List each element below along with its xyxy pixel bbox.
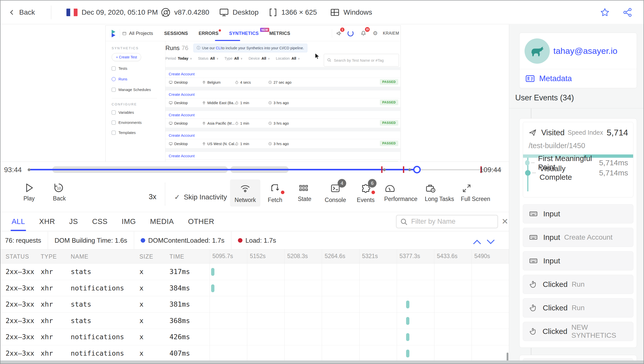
replayed-app-screenshot: All Projects ∨ SESSIONS ERRORS (105, 25, 401, 162)
location-pin-icon (202, 101, 206, 105)
event-dot[interactable] (383, 168, 386, 171)
performance-panel-button[interactable]: Performance (380, 179, 422, 206)
network-type-tab[interactable]: CSS (92, 212, 108, 231)
playhead-knob[interactable] (413, 166, 421, 173)
user-event-item[interactable]: Clicked Run (523, 298, 633, 317)
network-type-tab[interactable]: OTHER (188, 212, 214, 231)
share-icon (622, 7, 633, 18)
network-request-row[interactable]: 2xx–3xx xhr notifications x 426ms (1, 329, 509, 345)
visited-event-card[interactable]: Visited Speed Index 5,714 /test-builder/… (523, 122, 633, 197)
fetch-panel-button[interactable]: Fetch (263, 179, 287, 207)
skip-inactivity-toggle[interactable]: ✓ Skip Inactivity (174, 193, 227, 201)
keyboard-icon (529, 209, 538, 219)
replayed-app-tab: METRICS (269, 31, 290, 36)
network-request-row[interactable]: 2xx–3xx xhr notifications x 407ms (1, 345, 509, 362)
events-panel-button[interactable]: 6 Events (352, 179, 379, 207)
close-panel-button[interactable]: ✕ (502, 217, 508, 226)
column-header: TIME (169, 249, 184, 264)
announce-badge: 1 (340, 28, 344, 32)
stopwatch-icon (235, 80, 239, 84)
network-request-row[interactable]: 2xx–3xx xhr stats x 368ms (1, 313, 509, 329)
network-filter-field[interactable] (396, 215, 498, 228)
new-badge: NEW (260, 28, 269, 32)
rewind-10-icon: 10 (53, 182, 64, 194)
animal-avatar-icon (529, 43, 545, 59)
favorite-button[interactable] (600, 1, 610, 24)
status-badge: PASSED (380, 79, 398, 85)
status-badge: PASSED (380, 100, 398, 105)
network-request-row[interactable]: 2xx–3xx xhr stats x 317ms (1, 264, 509, 280)
clock-icon (268, 80, 272, 84)
load-time: Load: 1.7s (238, 237, 276, 244)
browser-version: v87.0.4280 (174, 8, 209, 16)
network-type-tab[interactable]: MEDIA (150, 212, 174, 231)
prev-event-button[interactable] (472, 239, 482, 245)
speed-index-value: 5,714 (607, 128, 628, 138)
run-name-link: Create Account (165, 90, 400, 98)
speed-toggle[interactable]: 3x (149, 193, 157, 201)
user-email-link[interactable]: tahay@asayer.io (553, 46, 617, 56)
vertical-scrollbar-thumb[interactable] (507, 353, 508, 361)
os-info: Windows (330, 1, 372, 24)
runs-list: Create Account Desktop Belgium (165, 67, 400, 162)
run-row: Create Account Desktop Belgium (165, 70, 400, 87)
request-timing-bar (406, 317, 409, 325)
sidebar-item: Tests (112, 66, 165, 71)
user-event-item[interactable]: Input Create Account (523, 228, 633, 247)
user-event-item[interactable]: Clicked NEW SYNTHETICS (523, 322, 633, 341)
metric-dot-icon (525, 160, 530, 166)
visited-label: Visited (541, 128, 565, 137)
status-badge: PASSED (380, 120, 398, 126)
device-label: Desktop (233, 8, 259, 16)
metadata-button[interactable]: Metadata (519, 69, 637, 88)
star-icon (600, 7, 610, 18)
network-request-row[interactable]: 2xx–3xx xhr stats x 381ms (1, 296, 509, 313)
event-tick[interactable] (381, 166, 383, 173)
share-button[interactable] (622, 1, 633, 24)
event-connector (531, 108, 531, 118)
svg-text:10: 10 (57, 186, 61, 190)
keyboard-icon (529, 233, 538, 242)
runs-title: Runs (165, 44, 180, 52)
network-type-tab[interactable]: XHR (39, 212, 55, 231)
runs-filter: Location All ∨ (276, 56, 300, 60)
player-timeline[interactable]: 93:44 109:44 (1, 162, 509, 177)
location-pin-icon (202, 121, 206, 125)
runs-search-input: Search by Test Name or #Tag (324, 54, 399, 66)
back-button[interactable]: Back (8, 1, 35, 24)
console-panel-button[interactable]: 4 Console (320, 179, 351, 207)
announcements-icon: 1 (336, 26, 342, 41)
horizontal-scrollbar[interactable] (1, 360, 643, 363)
pointer-hand-icon (529, 280, 538, 289)
network-type-tab[interactable]: JS (69, 212, 78, 231)
back-10s-button[interactable]: 10 Back (53, 182, 66, 202)
network-filter-input[interactable] (411, 215, 494, 228)
network-panel-button[interactable]: Network (230, 179, 260, 207)
sidebar-item: Environments (112, 120, 165, 125)
divider (51, 6, 51, 19)
next-event-button[interactable] (486, 239, 496, 245)
user-event-item[interactable]: Clicked Run (523, 275, 633, 294)
metric-dot-icon (525, 170, 531, 176)
long-tasks-panel-button[interactable]: Long Tasks (420, 179, 459, 206)
network-type-tab[interactable]: IMG (122, 212, 136, 231)
search-icon (400, 218, 408, 226)
full-screen-button[interactable]: Full Screen (456, 179, 495, 206)
run-name-link: Create Account (165, 111, 400, 119)
kebab-menu-icon: ⋮ (399, 26, 401, 41)
event-dot[interactable] (28, 168, 31, 171)
event-tick[interactable] (403, 166, 404, 173)
france-flag-icon (66, 9, 78, 16)
request-timing-bar (211, 284, 214, 292)
network-request-row[interactable]: 2xx–3xx xhr notifications x 384ms (1, 280, 509, 297)
user-event-item[interactable]: Input (523, 251, 633, 270)
play-button[interactable]: Play (23, 182, 35, 202)
run-row: Create Account Desktop Middle East (Ba..… (165, 90, 400, 107)
state-panel-button[interactable]: State (293, 179, 316, 206)
network-type-tab[interactable]: ALL (12, 212, 25, 231)
event-dot[interactable] (408, 168, 411, 171)
session-date: Dec 09, 2020, 05:10 PM (82, 8, 158, 16)
user-event-item[interactable]: Input (523, 204, 633, 223)
location-pin-icon (202, 80, 206, 84)
browser-info: v87.0.4280 (160, 1, 209, 24)
